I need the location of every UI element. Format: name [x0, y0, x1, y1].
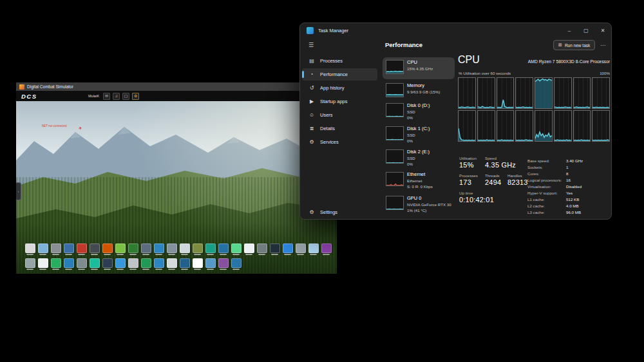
- module-icon[interactable]: [128, 243, 138, 255]
- more-options-button[interactable]: ⋯: [598, 41, 608, 50]
- cpu-core-graph-14: [573, 110, 591, 142]
- mail-icon[interactable]: ✉: [103, 93, 110, 100]
- module-icon[interactable]: [24, 258, 35, 270]
- sidebar-item-performance[interactable]: ◔ Performance: [300, 68, 380, 81]
- sidebar-item-details[interactable]: ≣ Details: [300, 122, 380, 135]
- module-icon[interactable]: [37, 243, 48, 255]
- module-icon[interactable]: [218, 243, 229, 255]
- module-icon[interactable]: [243, 243, 254, 255]
- stat-utilisation: Utilisation 15%: [459, 156, 477, 169]
- module-icon[interactable]: [89, 258, 100, 270]
- cpu-core-graph-3: [515, 77, 533, 109]
- minimize-button[interactable]: –: [561, 23, 578, 37]
- card-title: Memory: [407, 83, 440, 89]
- module-icon[interactable]: [115, 258, 126, 270]
- cpu-core-graph-7: [592, 77, 610, 109]
- module-icon[interactable]: [231, 258, 242, 270]
- perf-card-gpu[interactable]: GPU 0 NVIDIA GeForce RTX 30 1% (41 °C): [383, 193, 455, 214]
- sidebar-item-label: Startup apps: [320, 99, 348, 104]
- module-icon[interactable]: [192, 243, 203, 255]
- cpu-core-graph-1: [477, 77, 495, 109]
- memory-mini-graph: [386, 83, 404, 97]
- perf-card-disk2[interactable]: Disk 2 (E:) SSD 0%: [383, 147, 455, 167]
- spec-row: Virtualisation:Disabled: [527, 183, 610, 189]
- module-icon[interactable]: [295, 243, 306, 255]
- card-title: Ethernet: [407, 172, 433, 178]
- module-icon[interactable]: [115, 243, 126, 255]
- audio-icon[interactable]: ♫: [113, 93, 120, 100]
- sidebar-item-app-history[interactable]: ↺ App history: [300, 81, 380, 95]
- sidebar: ▤ Processes ◔ Performance ↺ App history …: [300, 54, 380, 149]
- dcs-window: Digital Combat Simulator DCS MulatK ✉ ♫ …: [16, 82, 337, 274]
- module-icon[interactable]: [166, 258, 177, 270]
- card-detail: 0%: [407, 115, 430, 120]
- module-icon[interactable]: [128, 258, 138, 270]
- processes-icon: ▤: [308, 58, 315, 64]
- display-icon[interactable]: ▢: [122, 93, 129, 100]
- cpu-core-graph-4: [535, 77, 553, 109]
- cpu-panel-title: CPU: [458, 54, 480, 66]
- module-icon[interactable]: [37, 258, 48, 270]
- module-icon[interactable]: [308, 243, 319, 255]
- module-icon[interactable]: [218, 258, 229, 270]
- side-panel-tab[interactable]: ›: [16, 182, 21, 200]
- module-icon[interactable]: [179, 243, 190, 255]
- cpu-spec-list: Base speed:3.40 GHz Sockets:1 Cores:8 Lo…: [527, 157, 610, 215]
- perf-card-disk1[interactable]: Disk 1 (C:) SSD 0%: [383, 124, 455, 144]
- sidebar-item-label: Performance: [320, 71, 348, 77]
- module-icon[interactable]: [192, 258, 203, 270]
- maximize-button[interactable]: ▢: [578, 23, 594, 37]
- module-icon[interactable]: [140, 243, 151, 255]
- module-icon[interactable]: [153, 258, 164, 270]
- module-icon[interactable]: [102, 243, 113, 255]
- card-title: Disk 1 (C:): [407, 126, 430, 132]
- dcs-username: MulatK: [88, 94, 99, 98]
- perf-card-disk0[interactable]: Disk 0 (D:) SSD 0%: [383, 100, 455, 120]
- run-new-task-button[interactable]: ⊞ Run new task: [553, 40, 595, 50]
- module-icon[interactable]: [231, 243, 242, 255]
- module-icon[interactable]: [205, 258, 216, 270]
- perf-card-cpu[interactable]: CPU 15% 4.35 GHz: [383, 57, 455, 79]
- spec-row: Sockets:1: [527, 164, 610, 170]
- module-icon[interactable]: [63, 258, 74, 270]
- gear-icon[interactable]: ⚙: [132, 93, 139, 100]
- module-icon[interactable]: [76, 258, 87, 270]
- module-icon[interactable]: [50, 258, 61, 270]
- module-icon[interactable]: [24, 243, 35, 255]
- module-icon[interactable]: [140, 258, 151, 270]
- close-button[interactable]: ✕: [594, 23, 611, 37]
- task-manager-header: ☰ Performance ⊞ Run new task ⋯: [300, 37, 611, 54]
- sidebar-item-startup-apps[interactable]: ▶ Startup apps: [300, 95, 380, 108]
- module-icon[interactable]: [205, 243, 216, 255]
- spec-row: Logical processors:16: [527, 176, 610, 183]
- module-icon[interactable]: [256, 243, 267, 255]
- module-icon[interactable]: [179, 258, 190, 270]
- sidebar-item-processes[interactable]: ▤ Processes: [300, 54, 380, 68]
- sidebar-item-users[interactable]: ☺ Users: [300, 108, 380, 122]
- module-icon[interactable]: [153, 243, 164, 255]
- stat-processes: Processes 173: [459, 173, 478, 186]
- stat-threads: Threads 2494: [485, 173, 501, 186]
- hamburger-menu-icon[interactable]: ☰: [305, 39, 317, 51]
- sidebar-item-label: Settings: [320, 209, 337, 215]
- dcs-titlebar[interactable]: Digital Combat Simulator: [16, 82, 337, 91]
- perf-card-memory[interactable]: Memory 9.9/63.9 GB (15%): [383, 81, 455, 99]
- cpu-core-graph-15: [592, 110, 610, 142]
- module-icon[interactable]: [63, 243, 74, 255]
- sidebar-item-settings[interactable]: ⚙ Settings: [300, 205, 380, 219]
- module-icon[interactable]: [102, 258, 113, 270]
- module-icon[interactable]: [282, 243, 293, 255]
- cpu-core-graph-0: [458, 77, 476, 109]
- cpu-core-graph-9: [477, 110, 495, 142]
- sidebar-item-services[interactable]: ⚙ Services: [300, 135, 380, 149]
- users-icon: ☺: [308, 112, 315, 118]
- module-icon[interactable]: [269, 243, 280, 255]
- task-manager-titlebar[interactable]: Task Manager – ▢ ✕: [300, 23, 611, 37]
- module-icon[interactable]: [50, 243, 61, 255]
- module-icon[interactable]: [166, 243, 177, 255]
- perf-card-ethernet[interactable]: Ethernet Ethernet S: 0 R: 0 Kbps: [383, 169, 455, 191]
- module-icon[interactable]: [76, 243, 87, 255]
- module-icon[interactable]: [89, 243, 100, 255]
- module-icon[interactable]: [321, 243, 332, 255]
- cpu-mini-graph: [386, 60, 404, 74]
